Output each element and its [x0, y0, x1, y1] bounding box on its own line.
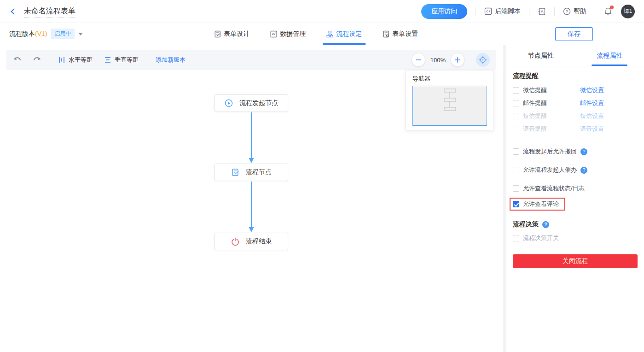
data-management-icon	[270, 30, 277, 38]
undo-icon[interactable]	[13, 56, 22, 64]
allow-view-comments-row: 允许查看评论	[513, 198, 638, 210]
status-badge: 启用中	[51, 29, 75, 39]
vertical-spacing-button[interactable]: 垂直等距	[104, 56, 139, 64]
navigator-minimap[interactable]	[412, 86, 487, 126]
subheader: 流程版本(V1) 启用中 表单设计 数据管理 流程设定 表单设置	[0, 23, 644, 45]
email-reminder-checkbox[interactable]	[513, 100, 519, 106]
allow-view-comments-checkbox[interactable]	[513, 201, 519, 207]
decision-switch-row: 流程决策开关	[513, 232, 638, 244]
sidebar-content: 流程提醒 微信提醒 微信设置 邮件提醒 邮件设置 短信提醒 短信设置 语音提醒 …	[506, 66, 644, 352]
divider	[529, 7, 529, 16]
avatar[interactable]: 谭1	[621, 5, 635, 18]
allow-withdraw-checkbox[interactable]	[513, 148, 519, 155]
email-reminder-row: 邮件提醒 邮件设置	[513, 97, 638, 110]
sms-settings-link[interactable]: 短信设置	[580, 112, 604, 120]
canvas-toolbar: 水平等距 垂直等距 添加新版本 100%	[6, 50, 496, 70]
tab-flow-settings[interactable]: 流程设定	[326, 23, 362, 45]
flow-node-start[interactable]: 流程发起节点	[215, 94, 288, 112]
horizontal-spacing-icon	[58, 57, 65, 63]
flow-decision-title: 流程决策 ?	[513, 220, 638, 229]
app-access-button[interactable]: 应用访问	[421, 4, 467, 19]
flow-settings-icon	[326, 30, 333, 38]
divider	[476, 7, 476, 16]
back-icon[interactable]	[9, 8, 17, 15]
flow-node-task[interactable]: 流程节点	[215, 164, 288, 181]
add-new-version-link[interactable]: 添加新版本	[156, 56, 186, 64]
flow-reminder-title: 流程提醒	[513, 72, 638, 80]
divider	[595, 7, 595, 16]
vertical-spacing-icon	[104, 57, 111, 63]
backend-script-button[interactable]: 后端脚本	[484, 7, 521, 16]
flow-version: 流程版本(V1) 启用中	[9, 29, 83, 39]
play-circle-icon	[225, 99, 233, 107]
sms-reminder-checkbox[interactable]	[513, 113, 519, 119]
allow-view-status-checkbox[interactable]	[513, 185, 519, 192]
help-icon[interactable]: ?	[580, 167, 587, 174]
tab-flow-properties[interactable]: 流程属性	[575, 45, 644, 66]
decision-switch-checkbox[interactable]	[513, 235, 519, 241]
main-area: 水平等距 垂直等距 添加新版本 100%	[0, 45, 644, 352]
flow-canvas[interactable]: 水平等距 垂直等距 添加新版本 100%	[0, 45, 503, 352]
navigator-panel: 导航器	[406, 70, 494, 130]
tab-form-design[interactable]: 表单设计	[214, 23, 249, 45]
zoom-in-button[interactable]	[451, 53, 464, 66]
minimap-flow	[413, 86, 487, 114]
question-circle-icon: ?	[563, 7, 571, 15]
wechat-reminder-checkbox[interactable]	[513, 87, 519, 94]
tab-node-properties[interactable]: 节点属性	[506, 45, 575, 66]
version-label: 流程版本(V1)	[9, 30, 47, 38]
top-header: 未命名流程表单 应用访问 后端脚本 A ? 帮助 谭1	[0, 0, 644, 23]
help-icon[interactable]: ?	[542, 221, 549, 228]
doc-edit-icon	[231, 168, 239, 176]
zoom-controls: 100%	[412, 53, 490, 67]
horizontal-spacing-button[interactable]: 水平等距	[58, 56, 93, 64]
voice-settings-link[interactable]: 语音设置	[580, 125, 604, 133]
help-button[interactable]: ? 帮助	[563, 7, 586, 16]
zoom-out-button[interactable]	[412, 53, 425, 66]
save-button[interactable]: 保存	[555, 27, 593, 41]
version-number: (V1)	[35, 30, 47, 37]
email-settings-link[interactable]: 邮件设置	[580, 99, 604, 107]
highlight-box: 允许查看评论	[510, 198, 565, 211]
code-icon	[484, 7, 492, 15]
tab-data-management[interactable]: 数据管理	[270, 23, 306, 45]
chevron-down-icon[interactable]	[78, 33, 83, 35]
voice-reminder-checkbox[interactable]	[513, 126, 519, 132]
page-title[interactable]: 未命名流程表单	[24, 7, 75, 18]
wechat-reminder-row: 微信提醒 微信设置	[513, 84, 638, 97]
sms-reminder-row: 短信提醒 短信设置	[513, 110, 638, 123]
wechat-settings-link[interactable]: 微信设置	[580, 86, 604, 94]
contacts-icon: A	[538, 7, 546, 16]
properties-sidebar: 节点属性 流程属性 流程提醒 微信提醒 微信设置 邮件提醒 邮件设置 短信提醒 …	[506, 45, 644, 352]
fit-view-button[interactable]	[476, 53, 490, 67]
allow-urge-checkbox[interactable]	[513, 167, 519, 173]
divider	[147, 56, 147, 64]
flow-node-label: 流程结束	[246, 237, 272, 246]
redo-icon[interactable]	[32, 56, 41, 64]
help-icon[interactable]: ?	[580, 148, 587, 155]
voice-reminder-row: 语音提醒 语音设置	[513, 123, 638, 135]
divider	[50, 56, 50, 64]
svg-text:A: A	[541, 9, 544, 14]
allow-withdraw-row: 流程发起后允许撤回 ?	[513, 146, 638, 158]
notification-bell-icon[interactable]	[603, 7, 613, 16]
tab-form-settings[interactable]: 表单设置	[382, 23, 418, 45]
allow-view-status-row: 允许查看流程状态/日志	[513, 182, 638, 194]
flow-node-label: 流程节点	[246, 168, 272, 176]
sidebar-tabs: 节点属性 流程属性	[506, 45, 644, 66]
main-tabs: 表单设计 数据管理 流程设定 表单设置	[214, 23, 418, 45]
close-flow-button[interactable]: 关闭流程	[513, 254, 638, 268]
form-settings-icon	[382, 30, 389, 38]
panel-divider	[503, 45, 506, 352]
flow-node-end[interactable]: 流程结束	[215, 233, 288, 250]
power-icon	[231, 237, 239, 246]
svg-text:?: ?	[566, 9, 568, 14]
form-design-icon	[214, 30, 221, 38]
notification-dot	[610, 6, 614, 9]
navigator-title: 导航器	[406, 70, 493, 86]
contacts-button[interactable]: A	[538, 7, 546, 16]
flow-node-label: 流程发起节点	[239, 99, 278, 107]
zoom-level: 100%	[430, 57, 446, 64]
divider	[554, 7, 555, 16]
allow-urge-row: 允许流程发起人催办 ?	[513, 164, 638, 176]
